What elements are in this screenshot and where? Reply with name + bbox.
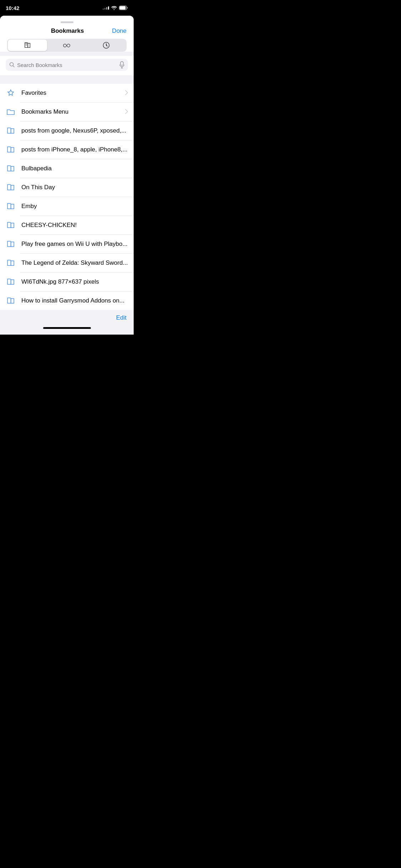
book-icon <box>6 146 16 153</box>
list-item[interactable]: Bookmarks Menu <box>0 103 134 121</box>
bookmarks-sheet: Bookmarks Done <box>0 16 134 335</box>
microphone-icon <box>119 61 124 68</box>
wifi-icon <box>111 6 117 10</box>
list-item-label: Bookmarks Menu <box>21 108 122 115</box>
book-icon <box>24 42 31 49</box>
list-item[interactable]: Play free games on Wii U with Playbo... <box>0 235 134 253</box>
status-time: 10:42 <box>6 5 19 11</box>
search-input[interactable] <box>17 62 117 68</box>
done-button[interactable]: Done <box>112 27 127 35</box>
list-item-label: posts from iPhone_8, apple, iPhone8,... <box>21 146 128 153</box>
book-icon <box>6 259 16 267</box>
book-icon <box>6 297 16 304</box>
sheet-handle <box>61 21 73 23</box>
tab-history[interactable] <box>87 40 126 51</box>
chevron-icon <box>125 90 128 96</box>
list-item-label: WI6TdNk.jpg 877×637 pixels <box>21 278 128 285</box>
svg-point-2 <box>63 44 66 47</box>
status-icons <box>103 6 128 10</box>
search-bar[interactable] <box>6 59 128 71</box>
list-item[interactable]: Emby <box>0 197 134 216</box>
list-item-label: CHEESY-CHICKEN! <box>21 222 128 229</box>
list-item[interactable]: Bulbapedia <box>0 159 134 178</box>
segment-control <box>7 39 127 52</box>
search-icon <box>9 62 15 68</box>
status-bar: 10:42 <box>0 0 134 16</box>
book-icon <box>6 184 16 191</box>
list-item[interactable]: WI6TdNk.jpg 877×637 pixels <box>0 273 134 291</box>
section-spacer <box>0 75 134 84</box>
bookmarks-list: Favorites Bookmarks Menu posts from goog… <box>0 84 134 310</box>
title-row: Bookmarks Done <box>7 27 127 39</box>
list-item[interactable]: CHEESY-CHICKEN! <box>0 216 134 234</box>
home-indicator-bar <box>43 327 91 329</box>
list-item-label: The Legend of Zelda: Skyward Sword... <box>21 259 128 267</box>
book-icon <box>6 127 16 134</box>
list-item[interactable]: Favorites <box>0 84 134 102</box>
book-icon <box>6 203 16 210</box>
list-item-label: Favorites <box>21 89 122 97</box>
sheet-header: Bookmarks Done <box>0 16 134 52</box>
svg-rect-6 <box>120 62 123 66</box>
list-item-label: posts from google, Nexus6P, xposed,... <box>21 127 128 134</box>
signal-icon <box>103 6 109 10</box>
star-icon <box>6 89 16 97</box>
list-item-label: On This Day <box>21 184 128 191</box>
list-item[interactable]: How to install Garrysmod Addons on... <box>0 291 134 310</box>
list-item[interactable]: The Legend of Zelda: Skyward Sword... <box>0 254 134 272</box>
list-item[interactable]: posts from google, Nexus6P, xposed,... <box>0 122 134 140</box>
search-container <box>0 56 134 75</box>
tab-bookmarks[interactable] <box>8 40 47 51</box>
svg-point-3 <box>67 44 70 47</box>
chevron-icon <box>125 109 128 115</box>
list-item-label: Bulbapedia <box>21 165 128 172</box>
folder-icon <box>6 108 16 115</box>
battery-icon <box>119 6 128 10</box>
clock-icon <box>103 42 110 49</box>
list-item[interactable]: posts from iPhone_8, apple, iPhone8,... <box>0 140 134 159</box>
page-title: Bookmarks <box>23 27 112 35</box>
tab-reading-list[interactable] <box>47 40 86 51</box>
svg-rect-1 <box>120 6 126 10</box>
bottom-bar: Edit <box>0 310 134 324</box>
book-icon <box>6 222 16 229</box>
home-indicator <box>0 324 134 335</box>
edit-button[interactable]: Edit <box>116 314 127 321</box>
list-item[interactable]: On This Day <box>0 178 134 197</box>
glasses-icon <box>63 42 70 49</box>
book-icon <box>6 165 16 172</box>
list-item-label: Emby <box>21 203 128 210</box>
list-item-label: How to install Garrysmod Addons on... <box>21 297 128 304</box>
book-icon <box>6 241 16 248</box>
book-icon <box>6 278 16 285</box>
list-item-label: Play free games on Wii U with Playbo... <box>21 241 128 248</box>
